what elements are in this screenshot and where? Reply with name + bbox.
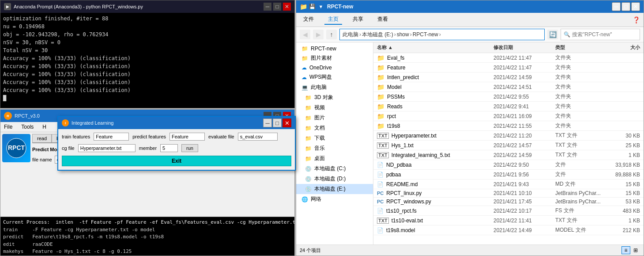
predict-features-input[interactable] bbox=[169, 133, 205, 141]
cg-file-input[interactable] bbox=[78, 144, 136, 152]
search-icon: 🔍 bbox=[564, 31, 570, 38]
dialog-exit-button[interactable]: Exit bbox=[62, 156, 291, 166]
table-row[interactable]: 📁Eval_fs 2021/4/22 11:47 文件夹 bbox=[373, 53, 644, 63]
terminal-title: Anaconda Prompt (Anaconda3) - python RPC… bbox=[14, 4, 143, 9]
sidebar-item-drive-d[interactable]: 💿 本地磁盘 (D:) bbox=[296, 174, 373, 184]
search-bar[interactable]: 🔍 bbox=[561, 29, 640, 40]
search-input[interactable] bbox=[572, 31, 637, 38]
table-row[interactable]: 📄t1s10_rpct.fs 2021/4/22 10:17 FS 文件 483… bbox=[373, 206, 644, 216]
menu-file[interactable]: File bbox=[2, 123, 14, 131]
sidebar-label-drive-e: 本地磁盘 (E:) bbox=[314, 185, 346, 193]
table-row[interactable]: TXTHys_1.txt 2021/4/22 14:57 TXT 文件 25 K… bbox=[373, 141, 644, 150]
col-header-type[interactable]: 类型 bbox=[555, 44, 608, 51]
sidebar-item-wps[interactable]: ☁ WPS网盘 bbox=[296, 72, 373, 82]
sidebar-label-music: 音乐 bbox=[314, 145, 325, 152]
col-header-size[interactable]: 大小 bbox=[608, 44, 644, 51]
log-line-2: predict Feature\t19s8_rpct.fs -m t19s8.m… bbox=[3, 233, 292, 241]
ribbon-tab-file[interactable]: 文件 bbox=[300, 15, 317, 25]
breadcrumb[interactable]: 此电脑 › 本地磁盘 (E:) › show › RPCT-new › bbox=[339, 29, 545, 40]
table-row[interactable]: PCRPCT_windows.py 2021/4/21 17:45 JetBra… bbox=[373, 198, 644, 206]
explorer-maximize-button[interactable]: □ bbox=[621, 2, 630, 11]
sidebar-item-downloads[interactable]: 📁 下载 bbox=[296, 133, 373, 143]
explorer-minimize-button[interactable]: ─ bbox=[612, 2, 621, 11]
sidebar-label-pictures: 图片 bbox=[314, 114, 325, 122]
help-icon[interactable]: ❓ bbox=[633, 16, 640, 23]
sidebar-label-onedrive: OneDrive bbox=[309, 65, 332, 71]
table-row[interactable]: 📁Model 2021/4/22 14:51 文件夹 bbox=[373, 82, 644, 92]
table-row[interactable]: TXTt1s10-eval.txt 2021/4/22 11:41 TXT 文件… bbox=[373, 216, 644, 225]
terminal-minimize-button[interactable]: ─ bbox=[264, 3, 271, 11]
evaluate-file-input[interactable] bbox=[238, 133, 278, 141]
dialog-minimize-button[interactable]: ─ bbox=[263, 118, 272, 127]
menu-tools[interactable]: Tools bbox=[19, 123, 35, 131]
nav-read[interactable]: read bbox=[32, 134, 52, 142]
breadcrumb-drive[interactable]: 本地磁盘 (E:) bbox=[362, 31, 393, 38]
dialog-run-button[interactable]: run bbox=[181, 144, 198, 152]
sidebar-item-images[interactable]: 📁 图片素材 bbox=[296, 53, 373, 63]
breadcrumb-computer[interactable]: 此电脑 bbox=[343, 31, 358, 38]
terminal-maximize-button[interactable]: □ bbox=[273, 3, 281, 11]
sidebar-item-onedrive[interactable]: ☁ OneDrive bbox=[296, 63, 373, 72]
status-bar: 24 个项目 ≡ ⊞ bbox=[296, 245, 644, 256]
sidebar-label-drive-c: 本地磁盘 (C:) bbox=[314, 165, 346, 172]
network-icon: 🌐 bbox=[301, 196, 308, 203]
table-row[interactable]: 📁Feature 2021/4/22 11:47 文件夹 bbox=[373, 63, 644, 73]
sidebar-label-rpct-new: RPCT-new bbox=[311, 46, 336, 52]
sidebar-item-network[interactable]: 🌐 网络 bbox=[296, 194, 373, 204]
sidebar-item-computer[interactable]: 💻 此电脑 bbox=[296, 82, 373, 92]
table-row[interactable]: 📁Intlen_predict 2021/4/22 14:59 文件夹 bbox=[373, 73, 644, 82]
nav-up-button[interactable]: ↑ bbox=[326, 30, 337, 39]
folder-icon: 📁 bbox=[377, 84, 384, 91]
file-list: 名称 ▲ 修改日期 类型 大小 📁Eval_fs 2021/4/22 11:47… bbox=[373, 42, 644, 245]
table-row[interactable]: 📁t19s8 2021/4/22 11:55 文件夹 bbox=[373, 121, 644, 131]
table-row[interactable]: TXTIntegrated_learning_5.txt 2021/4/22 1… bbox=[373, 150, 644, 160]
explorer-close-button[interactable]: ✕ bbox=[631, 2, 640, 11]
table-row[interactable]: 📁rpct 2021/4/21 16:09 文件夹 bbox=[373, 111, 644, 121]
ribbon-tab-view[interactable]: 查看 bbox=[374, 15, 392, 25]
table-row[interactable]: 📄pdbaa 2021/4/21 9:56 文件 89,888 KB bbox=[373, 170, 644, 180]
refresh-button[interactable]: 🔄 bbox=[547, 30, 558, 39]
grid-view-button[interactable]: ⊞ bbox=[631, 246, 640, 254]
train-features-input[interactable] bbox=[94, 133, 129, 141]
nav-back-button[interactable]: ◀ bbox=[300, 30, 310, 39]
list-view-button[interactable]: ≡ bbox=[621, 246, 630, 254]
terminal-titlebar: ▶ Anaconda Prompt (Anaconda3) - python R… bbox=[0, 0, 294, 13]
terminal-line-2: nu = 0.194968 bbox=[3, 23, 292, 31]
table-row[interactable]: 📁Reads 2021/4/22 9:41 文件夹 bbox=[373, 102, 644, 111]
sidebar-item-video[interactable]: 📁 视频 bbox=[296, 103, 373, 113]
drive-c-icon: 💿 bbox=[305, 166, 312, 172]
table-row[interactable]: 📄ND_pdbaa 2021/4/22 9:50 文件 33,918 KB bbox=[373, 160, 644, 170]
sidebar-item-pictures[interactable]: 📁 图片 bbox=[296, 113, 373, 123]
member-input[interactable] bbox=[160, 144, 178, 152]
log-line-5: intlen -tf Feature -pf Feature -ef Eval_… bbox=[3, 256, 292, 256]
dialog-close-button[interactable]: ✕ bbox=[282, 118, 291, 127]
table-row[interactable]: TXTHyperparameter.txt 2021/4/22 11:20 TX… bbox=[373, 131, 644, 141]
nav-forward-button[interactable]: ▶ bbox=[313, 30, 324, 39]
folder-icon: 📁 bbox=[377, 103, 384, 110]
sidebar-item-desktop[interactable]: 📁 桌面 bbox=[296, 153, 373, 164]
sidebar-item-drive-c[interactable]: 💿 本地磁盘 (C:) bbox=[296, 164, 373, 174]
menu-help[interactable]: H bbox=[41, 123, 48, 131]
col-header-name[interactable]: 名称 ▲ bbox=[373, 44, 493, 51]
terminal-close-button[interactable]: ✕ bbox=[283, 3, 291, 11]
sidebar-folder-icon-2: 📁 bbox=[301, 55, 308, 61]
integrated-learning-dialog: I Integrated Learning ─ □ ✕ train featur… bbox=[57, 116, 296, 171]
sidebar-item-music[interactable]: 📁 音乐 bbox=[296, 143, 373, 153]
col-header-date[interactable]: 修改日期 bbox=[493, 44, 555, 51]
sidebar-item-drive-e[interactable]: 💿 本地磁盘 (E:) bbox=[296, 184, 373, 194]
table-row[interactable]: PCRPCT_linux.py 2021/4/21 10:10 JetBrain… bbox=[373, 189, 644, 198]
ribbon-tab-home[interactable]: 主页 bbox=[324, 15, 342, 25]
sidebar-item-documents[interactable]: 📁 文档 bbox=[296, 123, 373, 133]
breadcrumb-rpct-new[interactable]: RPCT-new bbox=[413, 31, 438, 38]
sidebar-item-rpct-new[interactable]: 📁 RPCT-new bbox=[296, 44, 373, 53]
drive-e-icon: 💿 bbox=[305, 186, 312, 192]
rpct-title: RPCT_v3.0 bbox=[15, 113, 40, 118]
table-row[interactable]: 📄README.md 2021/4/21 9:43 MD 文件 15 KB bbox=[373, 180, 644, 189]
terminal-icon: ▶ bbox=[4, 3, 11, 10]
ribbon-tab-share[interactable]: 共享 bbox=[349, 15, 367, 25]
table-row[interactable]: 📁PSSMs 2021/4/22 9:55 文件夹 bbox=[373, 92, 644, 102]
breadcrumb-show[interactable]: show bbox=[397, 31, 409, 38]
sidebar-item-3d[interactable]: 📁 3D 对象 bbox=[296, 92, 373, 103]
table-row[interactable]: 📄t19s8.model 2021/4/22 14:49 MODEL 文件 21… bbox=[373, 225, 644, 235]
dialog-maximize-button[interactable]: □ bbox=[273, 118, 282, 127]
